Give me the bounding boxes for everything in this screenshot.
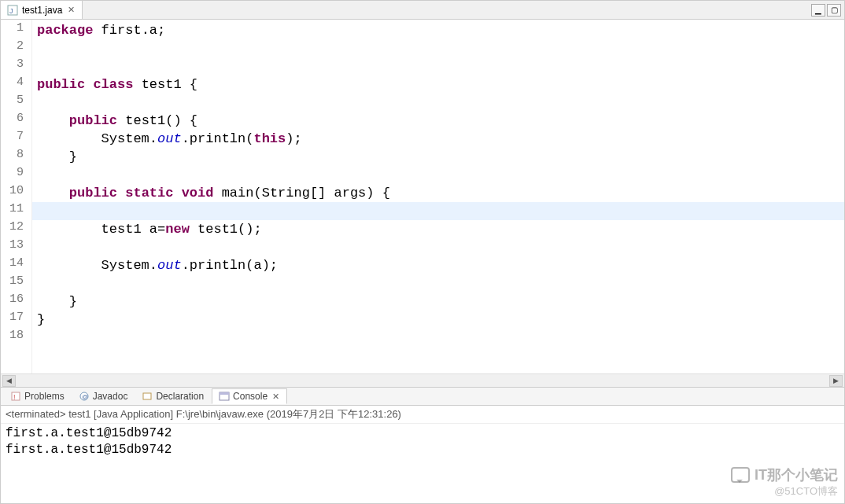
code-line: System.out.println(a); (32, 256, 844, 274)
line-number: 11 (1, 202, 31, 220)
code-line (32, 274, 844, 292)
line-number: 14 (1, 256, 31, 274)
problems-icon: ! (10, 391, 21, 402)
line-number: 7 (1, 130, 31, 148)
scroll-left-icon[interactable]: ◀ (2, 375, 16, 387)
code-line (32, 166, 844, 184)
console-process-info: <terminated> test1 [Java Application] F:… (1, 406, 844, 424)
code-line: public test1() { (32, 112, 844, 130)
window-controls: ▁ ▢ (811, 4, 844, 17)
scroll-right-icon[interactable]: ▶ (829, 375, 843, 387)
tab-label: Declaration (156, 391, 204, 402)
watermark-text: IT那个小笔记 (755, 465, 838, 484)
code-line: test1 a=new test1(); (32, 220, 844, 238)
scroll-track[interactable] (16, 375, 829, 387)
minimize-button[interactable]: ▁ (811, 4, 825, 17)
svg-text:J: J (9, 7, 13, 15)
svg-text:!: ! (13, 393, 16, 401)
line-number: 16 (1, 292, 31, 311)
javadoc-icon: @ (79, 391, 90, 402)
line-number: 2 (1, 39, 31, 57)
tab-javadoc[interactable]: @ Javadoc (72, 389, 135, 403)
console-icon (219, 391, 230, 402)
code-content[interactable]: package first.a; public class test1 { pu… (32, 20, 844, 373)
code-line (32, 39, 844, 57)
line-number: 15 (1, 274, 31, 292)
tab-label: Console (233, 391, 268, 402)
editor-tab-test1[interactable]: J test1.java ✕ (1, 1, 83, 19)
line-number: 13 (1, 238, 31, 256)
code-line: System.out.println(this); (32, 130, 844, 148)
code-line: } (32, 311, 844, 329)
tab-problems[interactable]: ! Problems (4, 389, 71, 403)
line-number: 1 (1, 21, 31, 39)
code-editor[interactable]: 1 2 3 4 5 6 7 8 9 10 11 12 13 14 15 16 1… (1, 20, 844, 373)
chat-bubble-icon (731, 467, 750, 483)
close-icon[interactable]: ✕ (66, 6, 76, 15)
editor-tab-bar: J test1.java ✕ ▁ ▢ (1, 1, 844, 20)
code-line: } (32, 292, 844, 311)
horizontal-scrollbar[interactable]: ◀ ▶ (1, 373, 844, 387)
line-number: 6 (1, 112, 31, 130)
console-line: first.a.test1@15db9742 (6, 442, 839, 458)
line-gutter: 1 2 3 4 5 6 7 8 9 10 11 12 13 14 15 16 1… (1, 20, 32, 373)
tab-label: Javadoc (93, 391, 128, 402)
code-line: } (32, 148, 844, 166)
java-file-icon: J (7, 5, 18, 16)
line-number: 12 (1, 220, 31, 238)
line-number: 4 (1, 75, 31, 94)
line-number: 9 (1, 166, 31, 184)
console-line: first.a.test1@15db9742 (6, 425, 839, 442)
editor-tab-label: test1.java (22, 5, 62, 16)
line-number: 18 (1, 329, 31, 347)
svg-rect-6 (143, 393, 151, 399)
watermark-sub: @51CTO博客 (774, 484, 838, 498)
line-number: 17 (1, 311, 31, 329)
svg-text:@: @ (82, 393, 88, 400)
code-line (32, 238, 844, 256)
code-line: public class test1 { (32, 75, 844, 94)
tab-declaration[interactable]: Declaration (135, 389, 210, 403)
maximize-button[interactable]: ▢ (827, 4, 841, 17)
code-line (32, 329, 844, 347)
tab-label: Problems (24, 391, 65, 402)
code-line: public static void main(String[] args) { (32, 184, 844, 202)
line-number: 10 (1, 184, 31, 202)
console-process-label: test1 [Java Application] F:\jre\bin\java… (68, 408, 401, 420)
line-number: 8 (1, 148, 31, 166)
watermark: IT那个小笔记 (731, 465, 838, 484)
bottom-panel-tabs: ! Problems @ Javadoc Declaration Console… (1, 387, 844, 406)
code-line (32, 202, 844, 220)
code-line (32, 57, 844, 75)
tab-console[interactable]: Console ✕ (212, 388, 287, 404)
code-line (32, 94, 844, 112)
console-status: <terminated> (6, 408, 68, 420)
code-line: package first.a; (32, 21, 844, 39)
close-icon[interactable]: ✕ (271, 392, 280, 401)
line-number: 5 (1, 94, 31, 112)
console-output[interactable]: first.a.test1@15db9742first.a.test1@15db… (1, 424, 844, 460)
line-number: 3 (1, 57, 31, 75)
svg-rect-8 (220, 392, 229, 395)
declaration-icon (142, 391, 153, 402)
